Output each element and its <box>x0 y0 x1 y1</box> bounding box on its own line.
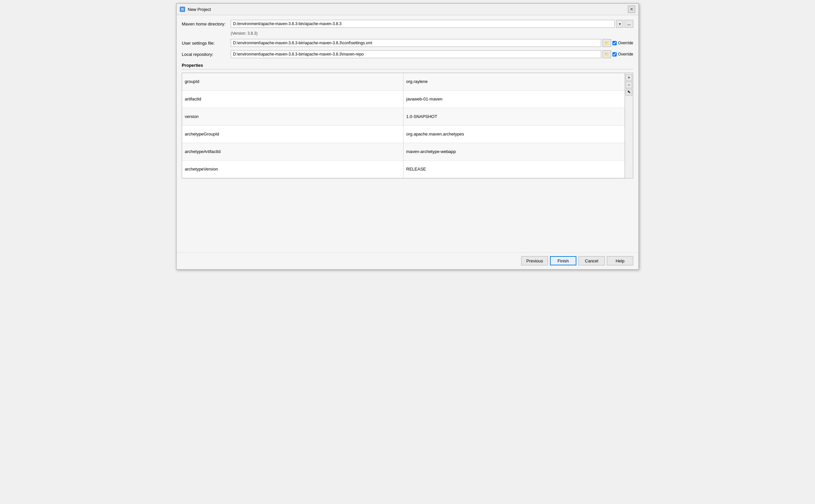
local-repo-row: Local repository: 📁 Override <box>182 50 633 58</box>
maven-home-row: Maven home directory: ▾ … <box>182 20 633 28</box>
title-bar-left: N New Project <box>180 7 211 12</box>
user-settings-label: User settings file: <box>182 41 228 46</box>
prop-value: RELEASE <box>404 160 625 178</box>
remove-property-btn[interactable]: − <box>626 82 632 88</box>
table-row[interactable]: groupId org.raylene <box>182 73 625 90</box>
maven-home-browse-btn[interactable]: … <box>625 20 633 28</box>
prop-value: maven-archetype-webapp <box>404 143 625 160</box>
local-repo-override-checkbox[interactable] <box>612 52 617 57</box>
user-settings-override-checkbox[interactable] <box>612 41 617 45</box>
prop-key: version <box>182 108 404 125</box>
properties-table: groupId org.raylene artifactId javaweb-0… <box>182 73 625 178</box>
table-row[interactable]: archetypeVersion RELEASE <box>182 160 625 178</box>
table-row[interactable]: archetypeGroupId org.apache.maven.archet… <box>182 125 625 143</box>
maven-version-text: (Version: 3.8.3) <box>231 31 633 36</box>
new-project-dialog: N New Project ✕ Maven home directory: ▾ … <box>176 3 639 270</box>
add-property-btn[interactable]: + <box>626 74 632 81</box>
prop-value: org.raylene <box>404 73 625 90</box>
local-repo-label: Local repository: <box>182 52 228 57</box>
properties-container: groupId org.raylene artifactId javaweb-0… <box>182 73 633 178</box>
prop-value: javaweb-01-maven <box>404 90 625 108</box>
prop-value: org.apache.maven.archetypes <box>404 125 625 143</box>
local-repo-override-wrap: Override <box>612 52 633 57</box>
prop-value: 1.0-SNAPSHOT <box>404 108 625 125</box>
title-bar: N New Project ✕ <box>176 4 639 15</box>
maven-home-input-wrap: ▾ … <box>231 20 633 28</box>
edit-property-btn[interactable]: ✎ <box>626 89 632 96</box>
user-settings-override-wrap: Override <box>612 41 633 45</box>
user-settings-browse-btn[interactable]: 📁 <box>602 39 611 47</box>
table-row[interactable]: artifactId javaweb-01-maven <box>182 90 625 108</box>
local-repo-browse-btn[interactable]: 📁 <box>602 50 611 58</box>
dialog-footer: Previous Finish Cancel Help <box>176 252 639 269</box>
dialog-body: Maven home directory: ▾ … (Version: 3.8.… <box>176 15 639 252</box>
properties-side-buttons: + − ✎ <box>625 73 633 178</box>
table-row[interactable]: version 1.0-SNAPSHOT <box>182 108 625 125</box>
dialog-icon: N <box>180 7 185 12</box>
user-settings-input-wrap: 📁 Override <box>231 39 633 47</box>
finish-button[interactable]: Finish <box>550 256 576 265</box>
local-repo-input-wrap: 📁 Override <box>231 50 633 58</box>
local-repo-input[interactable] <box>231 50 601 58</box>
maven-home-label: Maven home directory: <box>182 21 228 26</box>
empty-area <box>182 182 633 248</box>
local-repo-override-label: Override <box>618 52 633 57</box>
dialog-title: New Project <box>188 7 211 12</box>
help-button[interactable]: Help <box>607 256 633 265</box>
prop-key: groupId <box>182 73 404 90</box>
prop-key: artifactId <box>182 90 404 108</box>
maven-home-input[interactable] <box>231 20 615 28</box>
prop-key: archetypeArtifactId <box>182 143 404 160</box>
user-settings-override-label: Override <box>618 41 633 45</box>
user-settings-input[interactable] <box>231 39 601 47</box>
prop-key: archetypeGroupId <box>182 125 404 143</box>
user-settings-row: User settings file: 📁 Override <box>182 39 633 47</box>
cancel-button[interactable]: Cancel <box>578 256 605 265</box>
close-button[interactable]: ✕ <box>628 6 635 13</box>
maven-home-dropdown-btn[interactable]: ▾ <box>616 20 623 28</box>
properties-section-title: Properties <box>182 63 633 69</box>
prop-key: archetypeVersion <box>182 160 404 178</box>
table-row[interactable]: archetypeArtifactId maven-archetype-weba… <box>182 143 625 160</box>
previous-button[interactable]: Previous <box>521 256 548 265</box>
